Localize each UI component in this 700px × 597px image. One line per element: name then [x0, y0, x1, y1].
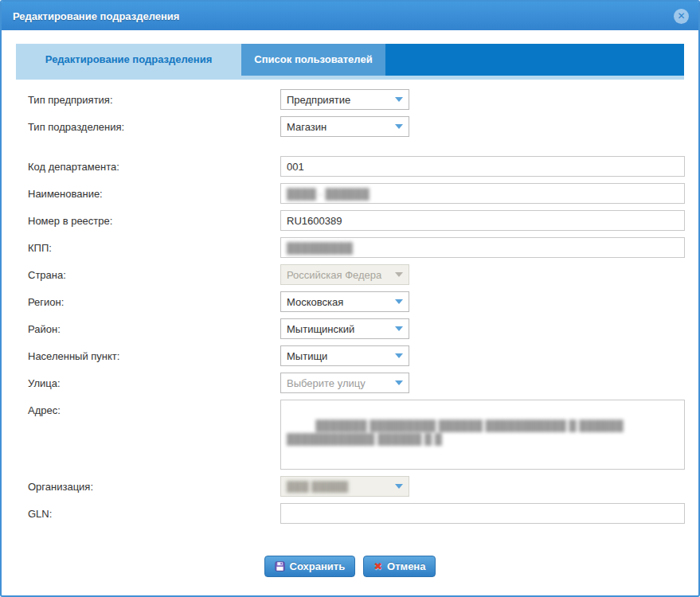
- dialog-buttons: Сохранить ✖ Отмена: [2, 556, 698, 577]
- edit-division-dialog: Редактирование подразделения ✕ Редактиро…: [0, 0, 700, 597]
- form-row: Номер в реестре: RU1600389: [28, 210, 685, 231]
- gln-input[interactable]: [280, 503, 685, 524]
- select-value: Мытищинский: [287, 323, 390, 335]
- chevron-down-icon: [395, 97, 403, 102]
- registry-number-input[interactable]: RU1600389: [280, 210, 685, 231]
- tab-bar: Редактирование подразделения Список поль…: [16, 44, 684, 76]
- gln-label: GLN:: [28, 503, 280, 520]
- tab-edit-division[interactable]: Редактирование подразделения: [16, 44, 241, 76]
- region-select[interactable]: Московская: [280, 291, 409, 312]
- address-textarea[interactable]: ███████ █████████ ██████ ███████████ █ █…: [280, 400, 685, 470]
- kpp-label: КПП:: [28, 237, 280, 254]
- dialog-title: Редактирование подразделения: [13, 10, 674, 22]
- registry-number-label: Номер в реестре:: [28, 210, 280, 227]
- tab-bar-filler: [385, 44, 684, 76]
- form-row: Улица: Выберите улицу: [28, 373, 685, 393]
- name-label: Наименование:: [28, 183, 280, 200]
- country-label: Страна:: [28, 264, 280, 281]
- form-row: GLN:: [28, 503, 685, 524]
- address-label: Адрес:: [28, 400, 280, 416]
- redacted-textarea-value: ███████ █████████ ██████ ███████████ █ █…: [287, 419, 624, 446]
- form-row: Код департамента: 001: [28, 156, 685, 177]
- chevron-down-icon: [395, 353, 403, 358]
- department-code-input[interactable]: 001: [280, 156, 685, 177]
- chevron-down-icon: [395, 272, 403, 277]
- chevron-down-icon: [395, 380, 403, 385]
- organization-select[interactable]: ███ █████: [280, 476, 409, 497]
- cancel-button[interactable]: ✖ Отмена: [363, 556, 436, 577]
- division-form: Тип предприятия: Предприятие Тип подразд…: [2, 80, 698, 577]
- save-button-label: Сохранить: [290, 560, 346, 572]
- form-row: Страна: Российская Федера: [28, 264, 685, 285]
- save-button[interactable]: Сохранить: [264, 556, 356, 577]
- close-icon: ✕: [677, 11, 685, 21]
- form-row: Наименование: ████ - ██████: [28, 183, 685, 204]
- chevron-down-icon: [395, 299, 403, 304]
- department-code-label: Код департамента:: [28, 156, 280, 173]
- street-select[interactable]: Выберите улицу: [280, 373, 409, 393]
- form-row: Адрес: ███████ █████████ ██████ ████████…: [28, 400, 685, 470]
- redacted-input-value: ████ - ██████: [287, 188, 370, 200]
- form-row: Организация: ███ █████: [28, 476, 685, 497]
- locality-select[interactable]: Мытищи: [280, 345, 409, 366]
- form-row: Населенный пункт: Мытищи: [28, 345, 685, 366]
- input-value: 001: [287, 161, 304, 173]
- district-label: Район:: [28, 318, 280, 335]
- form-row: Регион: Московская: [28, 291, 685, 312]
- chevron-down-icon: [395, 484, 403, 489]
- enterprise-type-label: Тип предприятия:: [28, 89, 280, 106]
- select-value: Предприятие: [287, 94, 390, 106]
- form-row: Тип предприятия: Предприятие: [28, 89, 685, 110]
- close-button[interactable]: ✕: [674, 9, 689, 24]
- form-row: Район: Мытищинский: [28, 318, 685, 339]
- redacted-select-value: ███ █████: [287, 481, 390, 493]
- locality-label: Населенный пункт:: [28, 345, 280, 362]
- select-value: Российская Федера: [287, 269, 390, 281]
- kpp-input[interactable]: █████████: [280, 237, 685, 258]
- form-row: КПП: █████████: [28, 237, 685, 258]
- select-value: Магазин: [287, 121, 390, 133]
- organization-label: Организация:: [28, 476, 280, 493]
- select-value: Московская: [287, 296, 390, 308]
- country-select: Российская Федера: [280, 264, 409, 285]
- floppy-disk-icon: [275, 561, 285, 572]
- district-select[interactable]: Мытищинский: [280, 318, 409, 339]
- division-type-select[interactable]: Магазин: [280, 116, 409, 137]
- region-label: Регион:: [28, 291, 280, 308]
- redacted-input-value: █████████: [287, 242, 353, 254]
- select-placeholder: Выберите улицу: [287, 377, 390, 389]
- enterprise-type-select[interactable]: Предприятие: [280, 89, 409, 110]
- input-value: RU1600389: [287, 215, 342, 227]
- name-input[interactable]: ████ - ██████: [280, 183, 685, 204]
- street-label: Улица:: [28, 373, 280, 389]
- select-value: Мытищи: [287, 350, 390, 362]
- chevron-down-icon: [395, 124, 403, 129]
- dialog-titlebar: Редактирование подразделения ✕: [2, 2, 698, 30]
- red-x-icon: ✖: [373, 561, 382, 572]
- chevron-down-icon: [395, 326, 403, 331]
- division-type-label: Тип подразделения:: [28, 116, 280, 133]
- form-row: Тип подразделения: Магазин: [28, 116, 685, 137]
- tab-user-list[interactable]: Список пользователей: [241, 44, 385, 76]
- cancel-button-label: Отмена: [387, 560, 425, 572]
